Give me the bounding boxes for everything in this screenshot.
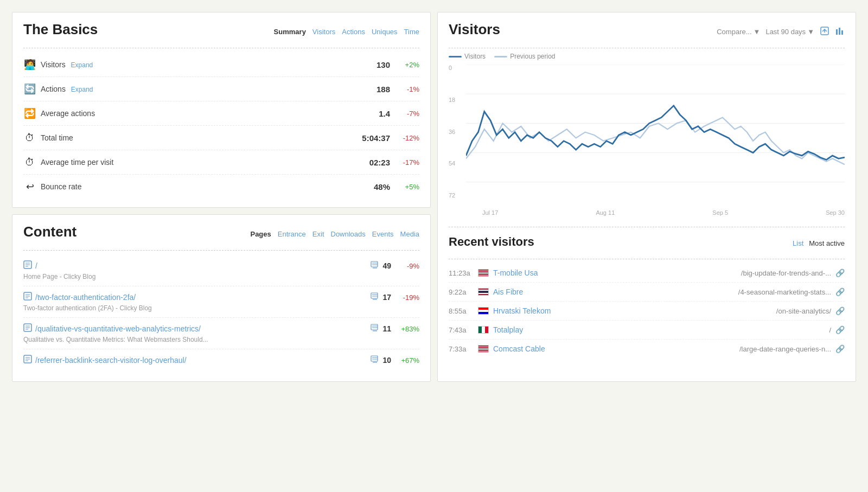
x-label-aug11: Aug 11 (596, 209, 615, 216)
svg-rect-14 (371, 324, 378, 330)
y-label-18: 18 (449, 97, 455, 103)
visit-time-2: 8:55a (449, 307, 474, 315)
basics-row-actions: 🔄 Actions Expand 188 -1% (23, 77, 419, 101)
svg-rect-12 (371, 293, 378, 298)
page-view-icon-0 (371, 260, 379, 271)
tab-actions[interactable]: Actions (342, 28, 365, 36)
page-view-icon-1 (371, 292, 379, 303)
visit-detail-icon-3[interactable]: 🔗 (835, 325, 845, 334)
content-link-3[interactable]: /referrer-backlink-search-visitor-log-ov… (35, 356, 371, 365)
visitors-chart-svg (466, 65, 845, 206)
recent-visitors-header: Recent visitors List Most active (449, 235, 845, 259)
visit-detail-icon-0[interactable]: 🔗 (835, 269, 845, 277)
content-subtitle-1: Two-factor authentication (2FA) - Clicky… (23, 304, 419, 312)
chart-type-icon[interactable] (835, 26, 845, 37)
content-link-2[interactable]: /qualitative-vs-quantitative-web-analyti… (35, 324, 371, 333)
basics-row-avg-time: ⏱ Average time per visit 02:23 -17% (23, 150, 419, 175)
bounce-label: Bounce rate (41, 182, 352, 191)
x-label-sep30: Sep 30 (826, 209, 845, 216)
visit-time-1: 9:22a (449, 288, 474, 296)
total-time-value: 5:04:37 (352, 133, 390, 143)
svg-rect-2 (839, 28, 840, 35)
tab-events[interactable]: Events (372, 230, 394, 238)
visit-detail-icon-2[interactable]: 🔗 (835, 306, 845, 315)
chart-controls: Compare... ▼ Last 90 days ▼ (717, 26, 845, 37)
current-line-icon (449, 56, 462, 57)
tab-most-active[interactable]: Most active (809, 239, 845, 247)
avg-time-label: Average time per visit (41, 158, 352, 167)
compare-button[interactable]: Compare... ▼ (717, 28, 760, 36)
content-link-0[interactable]: / (35, 261, 371, 270)
content-count-1: 17 (382, 293, 391, 302)
content-link-1[interactable]: /two-factor-authentication-2fa/ (35, 293, 371, 302)
content-change-3: +67% (397, 356, 419, 365)
content-tabs: Pages Entrance Exit Downloads Events Med… (250, 230, 419, 238)
visit-detail-icon-1[interactable]: 🔗 (835, 287, 845, 296)
date-range-button[interactable]: Last 90 days ▼ (765, 28, 814, 36)
tab-entrance[interactable]: Entrance (278, 230, 306, 238)
visitor-org-3[interactable]: Totalplay (493, 325, 580, 334)
visitors-chart-panel: Visitors Compare... ▼ Last 90 days ▼ (437, 12, 856, 382)
visitor-org-4[interactable]: Comcast Cable (493, 344, 580, 353)
visitor-page-1: /4-seasonal-marketing-stats... (584, 288, 831, 296)
y-label-36: 36 (449, 129, 455, 135)
content-icon-0 (23, 260, 32, 271)
date-range-arrow-icon: ▼ (807, 28, 814, 36)
tab-exit[interactable]: Exit (312, 230, 324, 238)
visitors-change: +2% (397, 61, 419, 69)
total-time-change: -12% (397, 134, 419, 142)
flag-us-0 (478, 269, 489, 277)
content-row-3: /referrer-backlink-search-visitor-log-ov… (23, 349, 419, 373)
svg-rect-1 (836, 29, 838, 35)
basics-row-visitors: 🧑‍💻 Visitors Expand 130 +2% (23, 53, 419, 77)
y-axis-labels: 72 54 36 18 0 (449, 65, 455, 200)
actions-value: 188 (352, 85, 390, 94)
visitor-row-0: 11:23a T-mobile Usa /big-update-for-tren… (449, 264, 845, 283)
visitor-org-0[interactable]: T-mobile Usa (493, 269, 580, 277)
content-row-1: /two-factor-authentication-2fa/ 17 -19% … (23, 286, 419, 318)
basics-title: The Basics (23, 21, 98, 38)
actions-label: Actions Expand (41, 85, 352, 93)
export-icon[interactable] (820, 26, 829, 37)
tab-summary[interactable]: Summary (274, 28, 306, 36)
visitor-page-2: /on-site-analytics/ (584, 307, 831, 315)
svg-rect-10 (371, 261, 378, 267)
visitor-org-2[interactable]: Hrvatski Telekom (493, 306, 580, 315)
basics-tabs: Summary Visitors Actions Uniques Time (274, 28, 419, 36)
tab-list[interactable]: List (793, 239, 803, 247)
total-time-icon: ⏱ (23, 131, 36, 144)
actions-expand[interactable]: Expand (71, 86, 93, 93)
tab-time[interactable]: Time (404, 28, 419, 36)
visit-detail-icon-4[interactable]: 🔗 (835, 344, 845, 353)
recent-visitors-title: Recent visitors (449, 235, 534, 249)
x-label-jul17: Jul 17 (482, 209, 498, 216)
content-row-2: /qualitative-vs-quantitative-web-analyti… (23, 318, 419, 349)
content-header: Content Pages Entrance Exit Downloads Ev… (23, 223, 419, 251)
content-title: Content (23, 223, 76, 240)
legend-current: Visitors (449, 53, 486, 60)
content-icon-3 (23, 355, 32, 366)
content-change-0: -9% (397, 262, 419, 270)
bounce-value: 48% (352, 182, 390, 191)
tab-downloads[interactable]: Downloads (331, 230, 366, 238)
visit-time-3: 7:43a (449, 326, 474, 334)
actions-icon: 🔄 (23, 82, 36, 95)
content-icon-1 (23, 292, 32, 303)
content-change-1: -19% (397, 293, 419, 302)
visitor-row-3: 7:43a Totalplay / 🔗 (449, 321, 845, 340)
visitor-page-3: / (584, 326, 831, 334)
visitor-org-1[interactable]: Ais Fibre (493, 287, 580, 296)
visitors-expand[interactable]: Expand (71, 61, 93, 69)
avg-actions-label: Average actions (41, 109, 352, 118)
previous-line-icon (494, 56, 507, 57)
content-count-0: 49 (382, 261, 391, 270)
visitors-value: 130 (352, 60, 390, 69)
basics-header: The Basics Summary Visitors Actions Uniq… (23, 21, 419, 48)
tab-media[interactable]: Media (400, 230, 419, 238)
visitor-page-4: /large-date-range-queries-n... (584, 345, 831, 353)
tab-visitors-basics[interactable]: Visitors (312, 28, 335, 36)
avg-actions-value: 1.4 (352, 109, 390, 118)
tab-pages[interactable]: Pages (250, 230, 271, 238)
tab-uniques[interactable]: Uniques (372, 28, 398, 36)
svg-rect-16 (371, 356, 378, 361)
